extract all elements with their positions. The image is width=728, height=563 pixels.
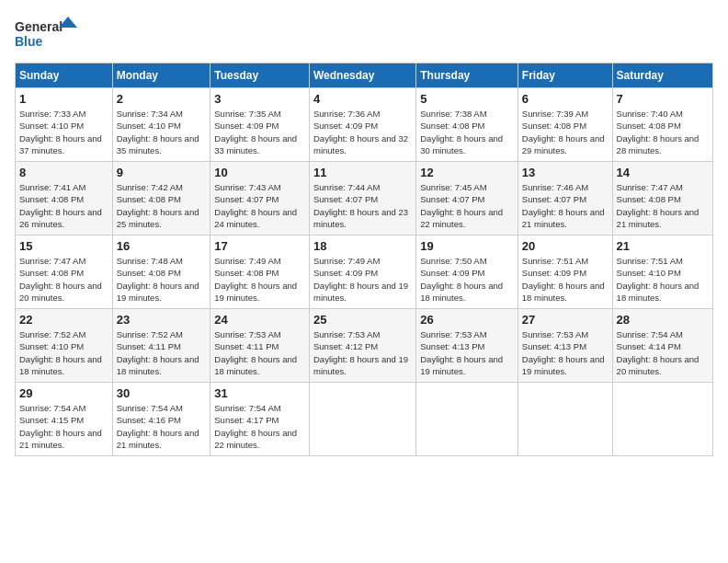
day-number: 30 (117, 386, 207, 400)
day-info: Sunrise: 7:39 AM Sunset: 4:08 PM Dayligh… (522, 108, 609, 156)
day-number: 20 (522, 239, 609, 253)
day-info: Sunrise: 7:50 AM Sunset: 4:09 PM Dayligh… (420, 255, 514, 304)
day-number: 21 (617, 239, 709, 253)
calendar-cell: 26Sunrise: 7:53 AM Sunset: 4:13 PM Dayli… (416, 309, 518, 383)
day-number: 4 (313, 92, 412, 106)
calendar-cell: 18Sunrise: 7:49 AM Sunset: 4:09 PM Dayli… (310, 236, 416, 309)
calendar-cell: 17Sunrise: 7:49 AM Sunset: 4:08 PM Dayli… (210, 236, 310, 309)
calendar-week-row: 1Sunrise: 7:33 AM Sunset: 4:10 PM Daylig… (16, 88, 713, 162)
day-info: Sunrise: 7:52 AM Sunset: 4:11 PM Dayligh… (117, 328, 207, 377)
day-number: 22 (19, 313, 108, 327)
day-info: Sunrise: 7:47 AM Sunset: 4:08 PM Dayligh… (19, 255, 108, 304)
day-info: Sunrise: 7:52 AM Sunset: 4:10 PM Dayligh… (19, 328, 108, 377)
calendar-table: SundayMondayTuesdayWednesdayThursdayFrid… (15, 63, 713, 456)
day-info: Sunrise: 7:35 AM Sunset: 4:09 PM Dayligh… (214, 108, 305, 156)
day-number: 1 (19, 92, 108, 106)
day-number: 2 (117, 92, 207, 106)
calendar-week-row: 15Sunrise: 7:47 AM Sunset: 4:08 PM Dayli… (16, 236, 713, 309)
day-info: Sunrise: 7:54 AM Sunset: 4:17 PM Dayligh… (214, 402, 305, 451)
day-number: 15 (19, 239, 108, 253)
day-info: Sunrise: 7:46 AM Sunset: 4:07 PM Dayligh… (522, 181, 609, 230)
svg-text:Blue: Blue (15, 34, 43, 49)
day-info: Sunrise: 7:54 AM Sunset: 4:16 PM Dayligh… (117, 402, 207, 451)
calendar-cell: 29Sunrise: 7:54 AM Sunset: 4:15 PM Dayli… (16, 383, 113, 456)
calendar-cell: 8Sunrise: 7:41 AM Sunset: 4:08 PM Daylig… (16, 162, 113, 236)
day-info: Sunrise: 7:34 AM Sunset: 4:10 PM Dayligh… (117, 108, 207, 156)
day-number: 17 (214, 239, 305, 253)
day-info: Sunrise: 7:49 AM Sunset: 4:09 PM Dayligh… (313, 255, 412, 304)
day-info: Sunrise: 7:49 AM Sunset: 4:08 PM Dayligh… (214, 255, 305, 304)
logo: General Blue (15, 15, 79, 55)
day-info: Sunrise: 7:44 AM Sunset: 4:07 PM Dayligh… (313, 181, 412, 230)
calendar-cell: 22Sunrise: 7:52 AM Sunset: 4:10 PM Dayli… (16, 309, 113, 383)
calendar-cell: 15Sunrise: 7:47 AM Sunset: 4:08 PM Dayli… (16, 236, 113, 309)
logo-svg: General Blue (15, 15, 79, 55)
day-info: Sunrise: 7:48 AM Sunset: 4:08 PM Dayligh… (117, 255, 207, 304)
day-number: 26 (420, 313, 514, 327)
day-number: 23 (117, 313, 207, 327)
day-number: 8 (19, 166, 108, 179)
day-number: 6 (522, 92, 609, 106)
calendar-cell: 13Sunrise: 7:46 AM Sunset: 4:07 PM Dayli… (518, 162, 612, 236)
day-number: 10 (214, 166, 305, 179)
header-day: Monday (112, 63, 210, 88)
calendar-cell: 16Sunrise: 7:48 AM Sunset: 4:08 PM Dayli… (112, 236, 210, 309)
day-info: Sunrise: 7:40 AM Sunset: 4:08 PM Dayligh… (617, 108, 709, 156)
calendar-cell: 19Sunrise: 7:50 AM Sunset: 4:09 PM Dayli… (416, 236, 518, 309)
calendar-cell (416, 383, 518, 456)
calendar-cell: 31Sunrise: 7:54 AM Sunset: 4:17 PM Dayli… (210, 383, 310, 456)
day-number: 13 (522, 166, 609, 179)
calendar-cell: 10Sunrise: 7:43 AM Sunset: 4:07 PM Dayli… (210, 162, 310, 236)
header-day: Sunday (16, 63, 113, 88)
day-info: Sunrise: 7:53 AM Sunset: 4:11 PM Dayligh… (214, 328, 305, 377)
calendar-cell: 7Sunrise: 7:40 AM Sunset: 4:08 PM Daylig… (612, 88, 712, 162)
calendar-cell: 9Sunrise: 7:42 AM Sunset: 4:08 PM Daylig… (112, 162, 210, 236)
day-number: 28 (617, 313, 709, 327)
day-number: 12 (420, 166, 514, 179)
calendar-cell: 14Sunrise: 7:47 AM Sunset: 4:08 PM Dayli… (612, 162, 712, 236)
calendar-week-row: 22Sunrise: 7:52 AM Sunset: 4:10 PM Dayli… (16, 309, 713, 383)
calendar-cell: 2Sunrise: 7:34 AM Sunset: 4:10 PM Daylig… (112, 88, 210, 162)
day-number: 5 (420, 92, 514, 106)
calendar-cell: 1Sunrise: 7:33 AM Sunset: 4:10 PM Daylig… (16, 88, 113, 162)
calendar-cell: 12Sunrise: 7:45 AM Sunset: 4:07 PM Dayli… (416, 162, 518, 236)
svg-text:General: General (15, 19, 63, 34)
header-day: Wednesday (310, 63, 416, 88)
day-info: Sunrise: 7:36 AM Sunset: 4:09 PM Dayligh… (313, 108, 412, 156)
day-number: 24 (214, 313, 305, 327)
header-day: Tuesday (210, 63, 310, 88)
day-info: Sunrise: 7:41 AM Sunset: 4:08 PM Dayligh… (19, 181, 108, 230)
day-number: 29 (19, 386, 108, 400)
day-number: 9 (117, 166, 207, 179)
calendar-cell: 30Sunrise: 7:54 AM Sunset: 4:16 PM Dayli… (112, 383, 210, 456)
calendar-cell: 6Sunrise: 7:39 AM Sunset: 4:08 PM Daylig… (518, 88, 612, 162)
day-info: Sunrise: 7:51 AM Sunset: 4:10 PM Dayligh… (617, 255, 709, 304)
day-number: 19 (420, 239, 514, 253)
day-info: Sunrise: 7:38 AM Sunset: 4:08 PM Dayligh… (420, 108, 514, 156)
day-number: 31 (214, 386, 305, 400)
day-info: Sunrise: 7:33 AM Sunset: 4:10 PM Dayligh… (19, 108, 108, 156)
day-info: Sunrise: 7:54 AM Sunset: 4:14 PM Dayligh… (617, 328, 709, 377)
calendar-cell: 11Sunrise: 7:44 AM Sunset: 4:07 PM Dayli… (310, 162, 416, 236)
day-number: 16 (117, 239, 207, 253)
header: General Blue (15, 15, 713, 55)
calendar-cell (612, 383, 712, 456)
day-info: Sunrise: 7:53 AM Sunset: 4:12 PM Dayligh… (313, 328, 412, 377)
day-number: 3 (214, 92, 305, 106)
calendar-cell: 5Sunrise: 7:38 AM Sunset: 4:08 PM Daylig… (416, 88, 518, 162)
day-info: Sunrise: 7:43 AM Sunset: 4:07 PM Dayligh… (214, 181, 305, 230)
calendar-cell: 23Sunrise: 7:52 AM Sunset: 4:11 PM Dayli… (112, 309, 210, 383)
day-info: Sunrise: 7:54 AM Sunset: 4:15 PM Dayligh… (19, 402, 108, 451)
day-number: 11 (313, 166, 412, 179)
day-number: 7 (617, 92, 709, 106)
calendar-cell: 20Sunrise: 7:51 AM Sunset: 4:09 PM Dayli… (518, 236, 612, 309)
day-number: 18 (313, 239, 412, 253)
calendar-cell (518, 383, 612, 456)
day-info: Sunrise: 7:51 AM Sunset: 4:09 PM Dayligh… (522, 255, 609, 304)
day-info: Sunrise: 7:42 AM Sunset: 4:08 PM Dayligh… (117, 181, 207, 230)
day-info: Sunrise: 7:47 AM Sunset: 4:08 PM Dayligh… (617, 181, 709, 230)
day-number: 14 (617, 166, 709, 179)
header-day: Thursday (416, 63, 518, 88)
calendar-cell (310, 383, 416, 456)
calendar-cell: 25Sunrise: 7:53 AM Sunset: 4:12 PM Dayli… (310, 309, 416, 383)
